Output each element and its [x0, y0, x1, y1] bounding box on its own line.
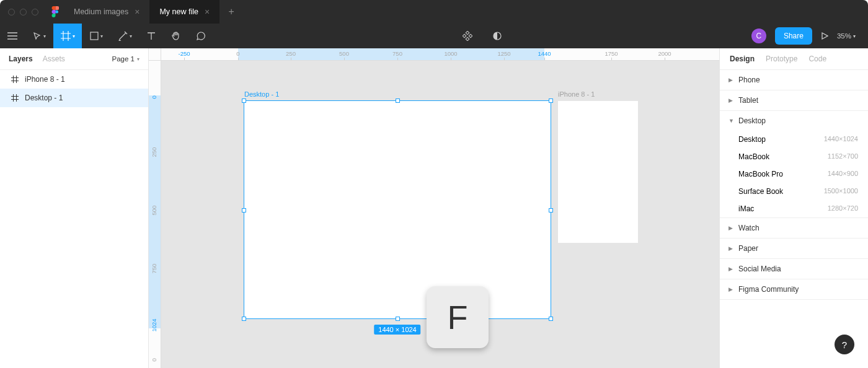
design-tab[interactable]: Design [730, 55, 755, 63]
chevron-down-icon: ▾ [100, 33, 103, 39]
resize-handle[interactable] [396, 317, 400, 321]
layer-name: Desktop - 1 [25, 94, 63, 102]
svg-rect-13 [463, 34, 466, 38]
svg-point-15 [494, 32, 501, 40]
frame-desktop[interactable]: Desktop - 1 1440 × 1024 [244, 101, 551, 318]
user-avatar[interactable]: C [751, 28, 766, 43]
page-label: Page 1 [112, 55, 135, 63]
maximize-window-icon[interactable] [32, 9, 38, 15]
code-tab[interactable]: Code [808, 55, 826, 63]
svg-rect-14 [469, 34, 472, 38]
frame-presets: ▶Phone▶Tablet▼DesktopDesktop1440×1024Mac… [720, 70, 868, 300]
preset-name: MacBook [738, 152, 769, 161]
preset-name: Desktop [738, 135, 766, 144]
preset-dims: 1500×1000 [824, 187, 858, 196]
svg-rect-12 [466, 37, 469, 41]
minimize-window-icon[interactable] [20, 9, 27, 15]
resize-handle[interactable] [396, 99, 400, 103]
help-button[interactable]: ? [835, 335, 854, 354]
preset-item[interactable]: MacBook1152×700 [720, 148, 868, 165]
window-controls[interactable] [0, 9, 46, 15]
resize-handle[interactable] [242, 317, 246, 321]
resize-handle[interactable] [549, 317, 553, 321]
move-tool[interactable]: ▾ [25, 24, 53, 48]
right-panel: Design Prototype Code ▶Phone▶Tablet▼Desk… [719, 48, 868, 368]
page-selector[interactable]: Page 1 ▾ [112, 55, 140, 63]
preset-dims: 1152×700 [828, 152, 858, 161]
pen-tool[interactable]: ▾ [110, 24, 139, 48]
keycap-overlay: F [427, 286, 489, 348]
preset-group-name: Social Media [738, 265, 781, 273]
toolbar: ▾ ▾ ▾ ▾ [0, 24, 868, 48]
preset-group-header[interactable]: ▶Watch [720, 218, 868, 238]
svg-rect-8 [91, 32, 98, 40]
preset-group-header[interactable]: ▶Figma Community [720, 279, 868, 299]
preset-item[interactable]: iMac1280×720 [720, 200, 868, 217]
dimensions-badge: 1440 × 1024 [374, 325, 420, 335]
preset-dims: 1440×900 [828, 170, 858, 178]
zoom-selector[interactable]: 35% ▾ [837, 32, 856, 40]
menu-button[interactable] [0, 24, 25, 48]
preset-group-header[interactable]: ▶Phone [720, 70, 868, 90]
preset-item[interactable]: MacBook Pro1440×900 [720, 165, 868, 183]
chevron-right-icon: ▶ [728, 245, 733, 252]
chevron-down-icon: ▾ [130, 33, 132, 39]
frame-label[interactable]: iPhone 8 - 1 [558, 90, 595, 98]
zoom-value: 35% [837, 32, 851, 40]
tab-label: My new file [159, 7, 198, 16]
frame-tool[interactable]: ▾ [53, 24, 82, 48]
preset-item[interactable]: Surface Book1500×1000 [720, 183, 868, 200]
preset-group-header[interactable]: ▶Tablet [720, 90, 868, 110]
file-tab[interactable]: My new file × [149, 0, 219, 24]
close-tab-icon[interactable]: × [205, 7, 210, 17]
layer-row[interactable]: Desktop - 1 [0, 89, 148, 107]
preset-group-name: Figma Community [738, 285, 799, 294]
ruler-corner [149, 48, 161, 61]
figma-logo-icon[interactable] [46, 6, 64, 17]
close-window-icon[interactable] [8, 9, 15, 15]
layers-list: iPhone 8 - 1Desktop - 1 [0, 70, 148, 107]
chevron-right-icon: ▶ [728, 225, 733, 231]
tab-label: Medium images [74, 7, 128, 16]
chevron-down-icon: ▾ [73, 33, 75, 39]
preset-name: Surface Book [738, 187, 783, 196]
preset-group-header[interactable]: ▼Desktop [720, 111, 868, 131]
titlebar: Medium images × My new file × + [0, 0, 868, 24]
layer-row[interactable]: iPhone 8 - 1 [0, 70, 148, 89]
svg-rect-11 [466, 31, 469, 35]
resize-handle[interactable] [549, 208, 553, 212]
app-window: Medium images × My new file × + ▾ ▾ ▾ [0, 0, 868, 368]
preset-name: iMac [738, 204, 754, 213]
resize-handle[interactable] [242, 208, 246, 212]
resize-handle[interactable] [242, 99, 246, 103]
chevron-down-icon: ▼ [728, 118, 733, 124]
comment-tool[interactable] [188, 24, 213, 48]
chevron-down-icon: ▾ [43, 33, 46, 39]
preset-group-header[interactable]: ▶Paper [720, 239, 868, 258]
preset-dims: 1280×720 [828, 204, 858, 213]
text-tool[interactable] [139, 24, 164, 48]
assets-tab[interactable]: Assets [43, 55, 65, 63]
new-tab-button[interactable]: + [219, 0, 243, 24]
layers-tab[interactable]: Layers [9, 55, 33, 63]
share-button[interactable]: Share [775, 27, 812, 45]
preset-item[interactable]: Desktop1440×1024 [720, 131, 868, 148]
resize-handle[interactable] [549, 99, 553, 103]
chevron-right-icon: ▶ [728, 77, 733, 83]
components-icon[interactable] [455, 24, 480, 48]
shape-tool[interactable]: ▾ [82, 24, 110, 48]
close-tab-icon[interactable]: × [135, 7, 140, 17]
preset-group-header[interactable]: ▶Social Media [720, 259, 868, 279]
frame-iphone[interactable]: iPhone 8 - 1 [558, 101, 638, 243]
chevron-down-icon: ▾ [853, 33, 856, 39]
prototype-tab[interactable]: Prototype [766, 55, 797, 63]
canvas[interactable]: -250025050075010001250144017502000 02505… [149, 48, 719, 368]
chevron-down-icon: ▾ [137, 56, 140, 62]
preset-group-name: Desktop [738, 116, 766, 125]
file-tab[interactable]: Medium images × [64, 0, 149, 24]
hand-tool[interactable] [164, 24, 188, 48]
mask-icon[interactable] [485, 24, 510, 48]
frame-label[interactable]: Desktop - 1 [244, 90, 279, 98]
preset-name: MacBook Pro [738, 170, 783, 178]
present-button[interactable] [821, 24, 828, 48]
